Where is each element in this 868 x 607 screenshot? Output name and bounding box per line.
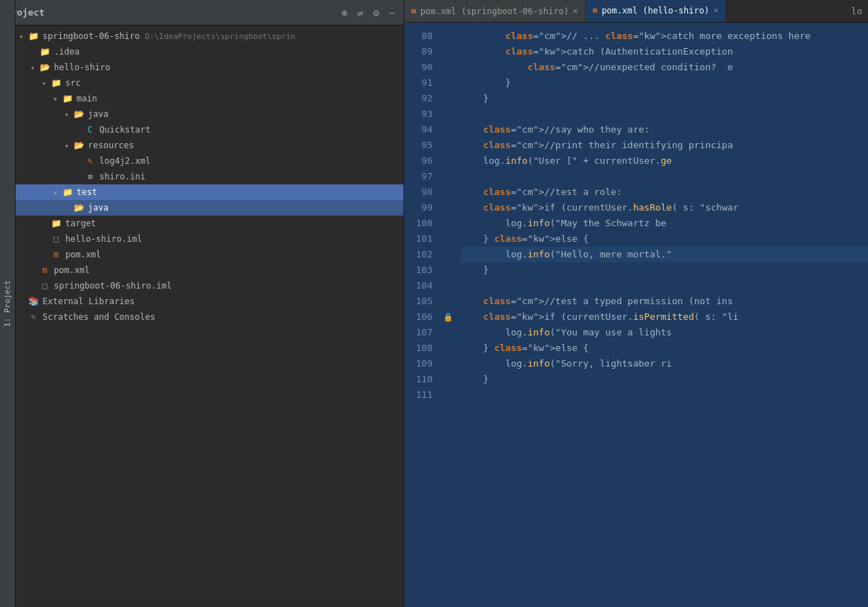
line-number: 89: [404, 44, 433, 60]
tree-label: hello-shiro.iml: [65, 234, 404, 244]
line-number: 110: [404, 372, 433, 387]
tree-item-pom-root[interactable]: mpom.xml: [16, 262, 404, 278]
line-number: 96: [404, 153, 433, 169]
line-number: 108: [404, 340, 433, 356]
code-line: log.info("May the Schwartz be: [461, 216, 868, 231]
tree-item-resources[interactable]: ▾📂resources: [16, 138, 404, 153]
tab-label: pom.xml (springboot-06-shiro): [421, 6, 569, 16]
gutter-line: [441, 28, 455, 44]
line-number: 105: [404, 294, 433, 309]
tree-label: shiro.ini: [99, 172, 404, 182]
editor-tab-tab2[interactable]: mpom.xml (hello-shiro)✕: [586, 0, 726, 22]
gutter-line: [441, 91, 455, 106]
split-icon[interactable]: ⇌: [355, 6, 366, 20]
file-icon: m: [50, 250, 62, 260]
gutter-line: [441, 325, 455, 340]
code-line: class="cm">// ... class="kw">catch more …: [461, 28, 868, 44]
gutter-line: [441, 262, 455, 278]
file-icon: ≡: [84, 172, 96, 182]
tree-item-test[interactable]: ▾📁test: [16, 184, 404, 200]
gutter-line: [441, 122, 455, 138]
lo-icon[interactable]: lo: [851, 6, 862, 16]
tree-label: main: [77, 94, 404, 104]
tree-label: java: [88, 109, 404, 119]
tree-item-hello-shiro-iml[interactable]: □hello-shiro.iml: [16, 231, 404, 247]
editor-tab-tab1[interactable]: mpom.xml (springboot-06-shiro)✕: [404, 0, 586, 22]
tree-item-ext-lib[interactable]: 📚External Libraries: [16, 294, 404, 309]
editor-tab-bar: mpom.xml (springboot-06-shiro)✕mpom.xml …: [404, 0, 868, 23]
tree-arrow: ▾: [16, 33, 27, 40]
tree-label: target: [65, 218, 404, 228]
tree-item-pom-hello[interactable]: mpom.xml: [16, 247, 404, 262]
line-number: 109: [404, 356, 433, 372]
line-number: 100: [404, 216, 433, 231]
code-line: [461, 278, 868, 294]
gear-icon[interactable]: ⚙: [370, 6, 382, 20]
tree-item-scratches[interactable]: ✎Scratches and Consoles: [16, 309, 404, 325]
tree-item-log4j2[interactable]: ✎log4j2.xml: [16, 153, 404, 169]
tree-arrow: ▾: [50, 95, 61, 103]
code-line: class="kw">if (currentUser.isPermitted( …: [461, 309, 868, 325]
tree-arrow: ▾: [50, 189, 61, 196]
tree-item-target[interactable]: 📁target: [16, 216, 404, 231]
tab-close-button[interactable]: ✕: [573, 6, 578, 16]
gutter-line: [441, 200, 455, 216]
tab-label: pom.xml (hello-shiro): [601, 6, 709, 16]
close-icon[interactable]: −: [386, 6, 398, 20]
gutter-line: [441, 231, 455, 247]
gutter-line: [441, 153, 455, 169]
tree-label: pom.xml: [65, 250, 404, 260]
line-number: 90: [404, 60, 433, 75]
file-icon: 📂: [72, 203, 85, 213]
tab-close-button[interactable]: ✕: [713, 6, 718, 15]
gutter-line: [441, 60, 455, 75]
tree-item-shiro-ini[interactable]: ≡shiro.ini: [16, 169, 404, 184]
line-number: 95: [404, 138, 433, 153]
code-line: log.info("Hello, mere mortal.": [461, 247, 868, 262]
vertical-tab-label: 1: Project: [3, 280, 12, 327]
tree-item-idea[interactable]: 📁.idea: [16, 44, 404, 60]
file-icon: □: [50, 234, 62, 244]
line-number: 91: [404, 75, 433, 91]
tree-label: .idea: [54, 47, 404, 57]
tree-label: hello-shiro: [54, 62, 404, 72]
gutter: 🔒: [441, 23, 455, 607]
code-area: 8889909192939495969798991001011021031041…: [404, 23, 868, 607]
sidebar-panel: Project ⊕ ⇌ ⚙ − ▾📁springboot-06-shiro D:…: [0, 0, 404, 607]
tab-extra-actions: lo: [845, 0, 868, 22]
tree-item-test-java[interactable]: 📂java: [16, 200, 404, 216]
tree-label: External Libraries: [43, 296, 404, 306]
gutter-line: [441, 216, 455, 231]
line-number: 107: [404, 325, 433, 340]
sidebar-toolbar: Project ⊕ ⇌ ⚙ −: [0, 0, 404, 26]
file-icon: 📚: [27, 296, 40, 306]
line-number: 104: [404, 278, 433, 294]
code-line: class="kw">if (currentUser.hasRole( s: "…: [461, 200, 868, 216]
vertical-project-tab[interactable]: 1: Project: [0, 0, 16, 607]
tree-item-src[interactable]: ▾📁src: [16, 75, 404, 91]
tree-item-root[interactable]: ▾📁springboot-06-shiro D:\IdeaProjects\sp…: [16, 28, 404, 44]
tree-label: pom.xml: [54, 265, 404, 275]
tree-arrow: ▾: [27, 64, 38, 72]
gutter-line: [441, 138, 455, 153]
code-line: class="cm">//print their identifying pri…: [461, 138, 868, 153]
tree-item-quickstart[interactable]: CQuickstart: [16, 122, 404, 138]
code-line: }: [461, 262, 868, 278]
tree-item-java[interactable]: ▾📂java: [16, 106, 404, 122]
code-line: [461, 169, 868, 184]
tree-item-hello-shiro[interactable]: ▾📂hello-shiro: [16, 60, 404, 75]
editor-panel: mpom.xml (springboot-06-shiro)✕mpom.xml …: [404, 0, 868, 607]
code-line: class="kw">catch (AuthenticationExceptio…: [461, 44, 868, 60]
tree-item-main[interactable]: ▾📁main: [16, 91, 404, 106]
code-line: }: [461, 75, 868, 91]
line-number: 98: [404, 184, 433, 200]
tree-item-springboot-iml[interactable]: □springboot-06-shiro.iml: [16, 278, 404, 294]
code-content: class="cm">// ... class="kw">catch more …: [455, 23, 868, 607]
line-numbers: 8889909192939495969798991001011021031041…: [404, 23, 441, 607]
globe-icon[interactable]: ⊕: [338, 6, 350, 20]
gutter-line: [441, 247, 455, 262]
gutter-line: 🔒: [441, 309, 455, 325]
gutter-line: [441, 44, 455, 60]
line-number: 111: [404, 387, 433, 403]
code-line: [461, 106, 868, 122]
